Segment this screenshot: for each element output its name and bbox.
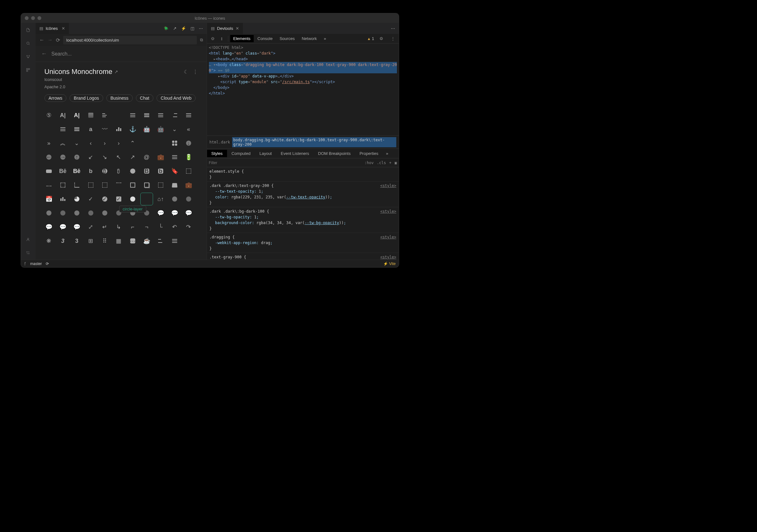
icon-cell[interactable] xyxy=(168,235,181,247)
icon-cell[interactable]: ▦ xyxy=(112,235,125,247)
kebab-icon[interactable]: ⋮ xyxy=(389,36,397,41)
icon-cell[interactable]: 🤖 xyxy=(140,123,153,135)
forward-icon[interactable]: → xyxy=(47,37,53,43)
icon-cell[interactable] xyxy=(112,109,125,122)
git-branch-name[interactable]: master xyxy=(30,262,42,266)
devtools-tab-more[interactable]: » xyxy=(321,35,329,42)
icon-cell[interactable]: 🤖 xyxy=(154,123,167,135)
icon-cell[interactable] xyxy=(71,207,83,219)
icon-cell[interactable]: b xyxy=(154,165,167,177)
devtools-tab-console[interactable]: Console xyxy=(254,35,276,42)
icon-cell[interactable] xyxy=(168,151,181,163)
styles-tab-styles[interactable]: Styles xyxy=(207,150,227,157)
icon-cell[interactable] xyxy=(154,109,167,122)
icon-cell[interactable]: ⋯ xyxy=(126,235,139,247)
close-icon[interactable]: ✕ xyxy=(62,26,65,31)
icon-cell[interactable]: → xyxy=(56,151,69,163)
icon-cell[interactable]: ↓ xyxy=(182,137,195,150)
icon-cell[interactable]: ✓ xyxy=(112,193,125,205)
split-icon[interactable]: ◫ xyxy=(191,26,194,31)
icon-cell[interactable] xyxy=(43,123,55,135)
icon-cell[interactable] xyxy=(154,179,167,192)
icon-cell[interactable]: @ xyxy=(140,151,153,163)
icon-cell[interactable] xyxy=(43,207,55,219)
icon-cell[interactable] xyxy=(84,109,97,122)
icon-cell[interactable]: A| xyxy=(56,109,69,122)
icon-cell[interactable]: Bē xyxy=(56,165,69,177)
dom-breadcrumb[interactable]: html.dark body.dragging.bg-white.dark\:b… xyxy=(207,135,399,149)
icon-cell[interactable]: » xyxy=(43,137,55,150)
icon-cell[interactable]: b xyxy=(84,165,97,177)
icon-cell[interactable]: ⌂↑ xyxy=(154,193,167,205)
icon-cell[interactable]: ⑤ xyxy=(43,109,55,122)
icon-cell[interactable] xyxy=(99,207,111,219)
icon-cell[interactable]: B xyxy=(140,165,153,177)
icon-cell[interactable]: ↗ xyxy=(126,151,139,163)
icon-cell[interactable]: ↶ xyxy=(168,221,181,233)
icon-cell[interactable]: 🔖 xyxy=(168,165,181,177)
icon-cell[interactable]: 💬 xyxy=(56,221,69,233)
more-icon[interactable]: ⋯ xyxy=(391,26,395,31)
icon-cell[interactable]: ⤢ xyxy=(84,221,97,233)
icon-cell[interactable] xyxy=(140,109,153,122)
open-external-icon[interactable]: ↗ xyxy=(173,26,176,31)
rule-source[interactable]: <style> xyxy=(380,209,396,214)
account-icon[interactable] xyxy=(24,236,32,243)
dom-tree[interactable]: <!DOCTYPE html> <html lang="en" class="d… xyxy=(207,44,399,135)
hov-toggle[interactable]: :hov xyxy=(365,161,374,165)
icon-cell[interactable]: ︽ xyxy=(56,137,69,150)
icon-cell[interactable] xyxy=(84,179,97,192)
icon-cell[interactable]: ⋮⋮ xyxy=(126,165,139,177)
styles-tab-computed[interactable]: Computed xyxy=(227,150,255,157)
tag-brand-logos[interactable]: Brand Logos xyxy=(70,94,103,102)
icon-cell[interactable]: ‹ xyxy=(84,137,97,150)
icon-cell[interactable]: 🔋 xyxy=(182,151,195,163)
devtools-tab-elements[interactable]: Elements xyxy=(230,35,254,42)
devtools-tab-network[interactable]: Network xyxy=(298,35,320,42)
box-model-icon[interactable]: ▣ xyxy=(395,161,397,165)
styles-body[interactable]: element.style { } <style> .dark .dark\:t… xyxy=(207,167,399,260)
icon-cell[interactable]: ↑ xyxy=(71,151,83,163)
vite-icon[interactable]: ⚡ xyxy=(383,262,388,266)
icon-cell[interactable] xyxy=(99,179,111,192)
icon-cell[interactable]: ⌄ xyxy=(71,137,83,150)
icon-cell[interactable]: › xyxy=(99,137,111,150)
search-placeholder[interactable]: Search... xyxy=(51,51,72,57)
icon-cell[interactable]: ⊞ xyxy=(84,235,97,247)
icon-cell[interactable] xyxy=(126,109,139,122)
tag-cloud-and-web[interactable]: Cloud And Web xyxy=(157,94,196,102)
close-icon[interactable]: ✕ xyxy=(236,26,239,31)
icon-cell[interactable] xyxy=(56,193,69,205)
icon-cell[interactable]: ↳ xyxy=(112,221,125,233)
inspect-icon[interactable]: ⯐ xyxy=(209,36,217,41)
icon-cell[interactable] xyxy=(168,137,181,150)
styles-tab-listeners[interactable]: Event Listeners xyxy=(276,150,314,157)
icon-cell[interactable]: ☕ xyxy=(140,235,153,247)
icon-cell[interactable]: ↘ xyxy=(99,151,111,163)
files-icon[interactable] xyxy=(24,26,32,34)
icon-cell[interactable]: 3 xyxy=(71,235,83,247)
icon-cell[interactable]: ⚓ xyxy=(126,123,139,135)
gear-icon[interactable]: ⚙ xyxy=(377,36,385,41)
icon-cell[interactable] xyxy=(71,179,83,192)
devtools-toggle-icon[interactable]: ⧉ xyxy=(200,38,203,43)
rule-source[interactable]: <style> xyxy=(380,234,396,240)
icon-cell[interactable]: 💬 xyxy=(43,221,55,233)
icon-cell[interactable] xyxy=(43,165,55,177)
git-icon[interactable] xyxy=(24,53,32,60)
icon-cell[interactable]: ⠿ xyxy=(99,235,111,247)
icon-cell[interactable]: ₿ xyxy=(99,165,111,177)
icon-cell[interactable]: 📅 xyxy=(43,193,55,205)
rule-source[interactable]: <style> xyxy=(380,183,396,189)
icon-cell[interactable]: ✓ xyxy=(99,193,111,205)
theme-toggle-icon[interactable]: ☾ xyxy=(184,69,188,75)
icon-cell[interactable]: 💼 xyxy=(154,151,167,163)
icon-cell[interactable]: ⌄ xyxy=(168,123,181,135)
icon-cell[interactable] xyxy=(56,207,69,219)
new-rule-icon[interactable]: + xyxy=(389,161,391,165)
icon-cell[interactable] xyxy=(126,193,139,205)
icon-cell[interactable]: 💬 xyxy=(182,207,195,219)
device-icon[interactable]: ⫿ xyxy=(218,36,226,41)
tab-icones[interactable]: ▤ Icônes ✕ xyxy=(36,23,69,34)
tag-business[interactable]: Business xyxy=(106,94,133,102)
